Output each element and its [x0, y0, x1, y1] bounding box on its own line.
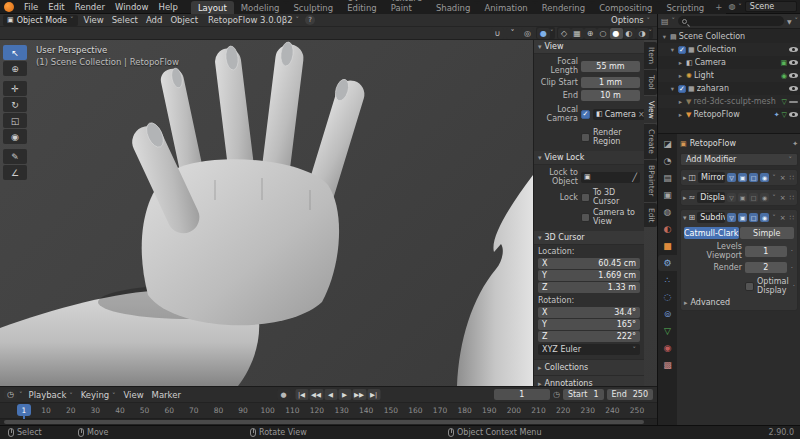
scrollbar-thumb[interactable] — [4, 420, 644, 424]
close-icon[interactable]: × — [779, 214, 787, 222]
workspace-tab-modeling[interactable]: Modeling — [234, 1, 287, 14]
material-preview-icon[interactable]: ◐ — [623, 28, 636, 39]
snap-magnet-icon[interactable]: ∪ — [491, 28, 504, 39]
focal-length-field[interactable]: 55 mm — [581, 61, 640, 72]
expand-open-icon[interactable]: ▾ — [683, 214, 687, 222]
outliner-search-input[interactable] — [678, 16, 784, 26]
sidebar-tab-tool[interactable]: Tool — [644, 70, 657, 95]
collection-checkbox[interactable]: ✓ — [678, 85, 686, 93]
viewport-menu-add[interactable]: Add — [142, 15, 166, 25]
cursor-location-z-field[interactable]: Z1.33 m — [538, 282, 640, 293]
outliner-row-light[interactable]: ▸✺Light◉ — [658, 69, 800, 82]
cursor-location-x-field[interactable]: X60.45 cm — [538, 258, 640, 269]
optimal-display-checkbox[interactable] — [745, 282, 754, 291]
workspace-tab-shading[interactable]: Shading — [429, 1, 478, 14]
outliner-row-red-3dc-sculpt-mesh[interactable]: ▸▼red-3dc-sculpt-mesh▽ — [658, 95, 800, 108]
chevron-down-icon[interactable]: ˅ — [771, 194, 777, 202]
properties-tab-render[interactable]: ◔ — [658, 153, 677, 169]
expand-closed-icon[interactable]: ▸ — [677, 111, 684, 119]
timeline-ruler[interactable]: 1 10203040506070809010011012013014015016… — [0, 403, 657, 419]
cursor-rotation-x-field[interactable]: X34.4° — [538, 307, 640, 318]
snap-settings-dropdown[interactable]: ˅ — [506, 28, 519, 39]
view-panel-header[interactable]: ▾ View — [534, 40, 644, 54]
jump-to-start-button[interactable]: |◀ — [295, 389, 308, 400]
timeline-menu-view[interactable]: View — [119, 390, 147, 400]
modifier-toggle-3[interactable]: ◉ — [760, 173, 769, 182]
sidebar-tab-edit[interactable]: Edit — [644, 203, 657, 228]
expand-closed-icon[interactable]: ▸ — [683, 194, 687, 202]
modifier-toggle-0[interactable]: ▽ — [727, 173, 736, 182]
modifier-toggle-3[interactable]: ◉ — [760, 193, 769, 202]
levels-viewport-field[interactable]: 1 — [745, 246, 787, 257]
chevron-down-icon[interactable]: ˅ — [771, 174, 777, 182]
editor-type-icon[interactable]: ▤ — [661, 17, 669, 26]
drag-dots-icon[interactable]: ∷ — [789, 174, 795, 182]
properties-tab-particles[interactable]: ∴ — [658, 272, 677, 288]
wireframe-shading-icon[interactable]: ○ — [597, 28, 610, 39]
render-region-checkbox[interactable] — [581, 133, 590, 142]
properties-tab-view-layer[interactable]: ▣ — [658, 187, 677, 203]
outliner-row-zaharan[interactable]: ▾✓▦zaharan — [658, 82, 800, 95]
outliner-row-collection[interactable]: ▾✓▦Collection — [658, 43, 800, 56]
filter-icon[interactable]: ▼ — [787, 18, 792, 25]
solid-shading-icon[interactable]: ● — [610, 28, 623, 39]
expand-closed-icon[interactable]: ▸ — [683, 174, 687, 182]
cursor-panel-header[interactable]: ▾ 3D Cursor — [534, 231, 644, 245]
to-3d-cursor-checkbox[interactable] — [581, 193, 590, 202]
modifier-name-field[interactable]: Subdivision — [697, 212, 725, 223]
overlays-icon[interactable]: ▦ — [571, 28, 584, 39]
auto-keying-button[interactable]: ● — [277, 389, 290, 400]
help-icon[interactable]: ? — [305, 15, 315, 25]
play-reverse-button[interactable]: ◀ — [324, 389, 337, 400]
properties-tab-material[interactable]: ◉ — [658, 340, 677, 356]
pin-icon[interactable]: ✦ — [792, 140, 798, 148]
expand-open-icon[interactable]: ▾ — [669, 46, 676, 54]
drag-dots-icon[interactable]: ∷ — [789, 194, 795, 202]
properties-tab-world[interactable]: ◐ — [658, 221, 677, 237]
start-frame-field[interactable]: Start 1 — [563, 389, 604, 400]
transform-tool[interactable]: ◉ — [3, 129, 27, 144]
workspace-tab-scripting[interactable]: Scripting — [659, 1, 711, 14]
collection-checkbox[interactable]: ✓ — [678, 46, 686, 54]
timeline-menu-playback[interactable]: Playback ˅ — [25, 390, 77, 400]
xray-icon[interactable]: ⊕ — [584, 28, 597, 39]
move-tool[interactable]: ✛ — [3, 81, 27, 96]
local-camera-field[interactable]: ◧ Camera × — [593, 109, 644, 120]
viewport-menu-view[interactable]: View — [80, 15, 108, 25]
clip-start-field[interactable]: 1 mm — [581, 77, 640, 88]
animate-dot-icon[interactable]: · — [790, 264, 794, 272]
playhead-marker[interactable]: 1 — [17, 404, 31, 416]
lock-to-object-field[interactable]: ▣ ╱ — [581, 172, 640, 183]
eye-open-icon[interactable] — [789, 86, 798, 91]
scene-name-field[interactable]: Scene — [745, 1, 797, 12]
previous-keyframe-button[interactable]: ◀◀ — [309, 389, 323, 400]
modifier-name-field[interactable]: Mirror — [698, 172, 725, 183]
algorithm-simple[interactable]: Simple — [740, 227, 795, 239]
workspace-tab-compositing[interactable]: Compositing — [592, 1, 659, 14]
viewport-menu-object[interactable]: Object — [166, 15, 202, 25]
eyedropper-icon[interactable]: ╱ — [632, 173, 637, 182]
workspace-tab-animation[interactable]: Animation — [477, 1, 534, 14]
modifier-toggle-2[interactable]: □ — [749, 193, 758, 202]
animate-dot-icon[interactable]: · — [792, 282, 796, 290]
cursor-rotation-y-field[interactable]: Y165° — [538, 319, 640, 330]
workspace-tab-texture-paint[interactable]: Texture Paint — [384, 0, 429, 14]
show-gizmo-icon[interactable]: ◇ — [558, 28, 571, 39]
outliner-row-camera[interactable]: ▸◧Camera▣ — [658, 56, 800, 69]
eye-open-icon[interactable] — [789, 112, 798, 117]
mode-selector[interactable]: ▣ Object Mode ˅ — [3, 15, 78, 26]
cursor-rotation-z-field[interactable]: Z222° — [538, 331, 640, 342]
sidebar-tab-item[interactable]: Item — [644, 42, 657, 69]
advanced-panel-header[interactable]: ▸Advanced — [681, 296, 797, 310]
properties-tab-modifiers[interactable]: ⚙ — [658, 255, 677, 271]
timeline-menu-keying[interactable]: Keying ˅ — [77, 390, 120, 400]
end-field[interactable]: 10 m — [581, 90, 640, 101]
timeline-menu-marker[interactable]: Marker — [148, 390, 185, 400]
menu-edit[interactable]: Edit — [43, 2, 69, 12]
modifier-toggle-3[interactable]: ◉ — [760, 213, 769, 222]
modifier-name-field[interactable]: Displace — [697, 192, 725, 203]
close-icon[interactable]: × — [779, 174, 787, 182]
rotation-order-dropdown[interactable]: XYZ Euler ˅ — [538, 344, 640, 355]
modifier-toggle-0[interactable]: ▽ — [727, 213, 736, 222]
add-modifier-button[interactable]: Add Modifier ˅ — [680, 153, 798, 166]
